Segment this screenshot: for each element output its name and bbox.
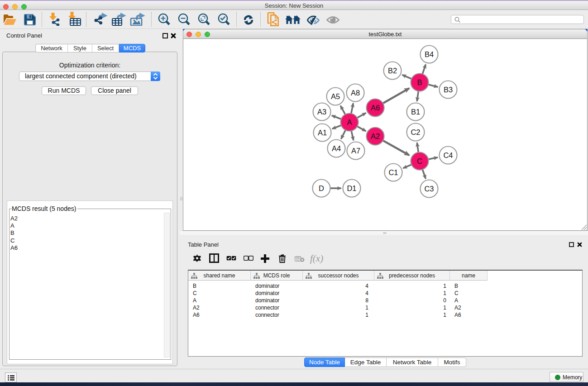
svg-text:C3: C3 xyxy=(424,185,434,193)
svg-text:A2: A2 xyxy=(371,132,380,140)
svg-text:D: D xyxy=(319,184,324,192)
svg-text:D1: D1 xyxy=(347,184,356,192)
svg-text:B1: B1 xyxy=(411,108,420,116)
svg-text:A3: A3 xyxy=(317,108,326,116)
svg-text:C: C xyxy=(417,157,422,165)
svg-text:A7: A7 xyxy=(351,147,360,155)
svg-text:A5: A5 xyxy=(331,92,340,100)
svg-text:A1: A1 xyxy=(318,129,327,137)
svg-text:A: A xyxy=(347,118,352,126)
svg-text:B3: B3 xyxy=(444,86,453,94)
svg-text:C2: C2 xyxy=(411,128,420,136)
svg-text:A4: A4 xyxy=(332,144,341,152)
svg-text:C4: C4 xyxy=(443,151,453,159)
svg-text:A6: A6 xyxy=(371,104,380,112)
svg-text:B2: B2 xyxy=(388,67,397,75)
svg-text:A8: A8 xyxy=(351,89,360,97)
svg-text:B: B xyxy=(417,78,422,86)
svg-text:C1: C1 xyxy=(388,168,398,176)
svg-text:B4: B4 xyxy=(425,50,434,58)
